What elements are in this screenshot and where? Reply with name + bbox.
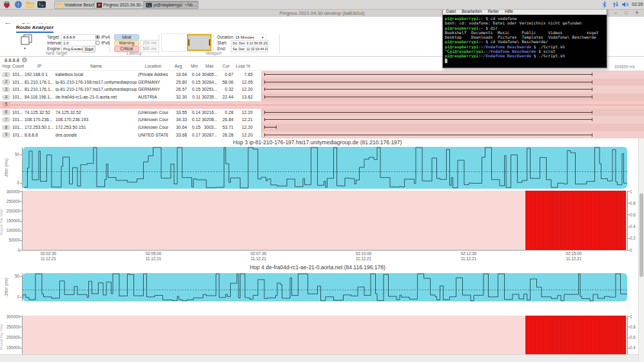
bluetooth-icon[interactable]: [601, 1, 607, 8]
latency-left-tick: 300000: [1, 314, 20, 319]
terminal-menu-bearbeiten[interactable]: Bearbeiten: [462, 9, 482, 14]
network-arrows-icon[interactable]: [612, 1, 619, 8]
hop-number-badge: 6: [2, 110, 10, 115]
duration-dropdown-icon[interactable]: ▼: [261, 35, 264, 39]
tick-mark: [628, 214, 630, 215]
group-separator: [159, 34, 159, 53]
col-header-max[interactable]: Max: [202, 64, 217, 68]
cell-loss: 12.20: [233, 110, 253, 115]
favourites-dropdown-icon[interactable]: ▼: [23, 46, 26, 50]
tab-8888[interactable]: 8.8.8.8: [5, 57, 19, 63]
table-row-hop-6[interactable]: 6101...74.125.32.5274.125.32.52(Unknown …: [0, 109, 644, 117]
table-row-hop-9[interactable]: 9101...8.8.8.8dns.googleUNITED STATES33.…: [0, 131, 644, 139]
latency-plot[interactable]: [23, 191, 627, 250]
col-header-min[interactable]: Min: [188, 64, 200, 68]
ipv6-radio[interactable]: [95, 41, 100, 45]
file-manager-icon[interactable]: [26, 1, 34, 8]
cell-loss: 13.62: [233, 95, 253, 99]
maximize-button[interactable]: □: [625, 10, 627, 15]
terminal-window[interactable]: DateiBearbeitenReiterHilfe pi@raspberryp…: [442, 8, 607, 68]
cell-ip: 81.210.176.1...: [24, 80, 54, 84]
cell-name: ip-81-210-176-197.hsi17.unitymediagroup.…: [55, 87, 137, 91]
minimize-button[interactable]: –: [614, 10, 617, 15]
tab-close-icon[interactable]: ✕: [22, 57, 27, 62]
cell-location: AUSTRIA: [138, 95, 168, 99]
x-tick-time: 02:15:00: [556, 251, 592, 256]
cell-ip: 8.8.8.8: [24, 133, 54, 137]
col-header-avg[interactable]: Avg: [170, 64, 187, 68]
tab-route-analyser[interactable]: Route Analyser: [16, 24, 54, 33]
jitter-plot[interactable]: [23, 147, 627, 189]
ipv4-radio[interactable]: [95, 35, 100, 39]
terminal-output[interactable]: pi@raspberrypi:~ $ cd vodafonebash: cd: …: [443, 15, 607, 68]
cell-min: 0.12: [188, 117, 200, 122]
tick-mark: [628, 203, 630, 204]
volume-icon[interactable]: [621, 1, 629, 8]
tick-mark: [20, 297, 22, 298]
col-header-ip[interactable]: IP: [24, 64, 54, 68]
table-row-hop-1[interactable]: 1101...192.168.0.1kabelbox.local(Private…: [0, 71, 644, 79]
x-tick-date: 11.12.21: [451, 256, 487, 261]
terminal-cursor: [445, 59, 447, 63]
terminal-launcher-icon[interactable]: [37, 1, 46, 8]
viewport-selection[interactable]: [187, 34, 211, 51]
terminal-menu-datei[interactable]: Datei: [446, 9, 456, 14]
terminal-line: pi@raspberrypi:~ $ cd Vodafone\ Beschwer…: [445, 39, 605, 44]
viewport-handle-left[interactable]: [188, 39, 190, 46]
latency-plot[interactable]: [23, 316, 627, 354]
taskbar-window-filemanager[interactable]: Vodafone Beschwerd...: [54, 1, 97, 9]
col-header-cur[interactable]: Cur: [219, 64, 233, 68]
jitter-plot[interactable]: [23, 273, 627, 301]
table-row-hop-3[interactable]: 3101...81.210.176.1...ip-81-210-176-197.…: [0, 86, 644, 93]
vertical-scrollbar[interactable]: [638, 138, 644, 362]
taskbar: Vodafone Beschwerd... P Pingnoo 2021.04.…: [0, 0, 644, 10]
taskbar-window-pingnoo[interactable]: P Pingnoo 2021.04.30-...: [94, 1, 146, 9]
whisker-cap: [264, 81, 265, 84]
table-row-hop-2[interactable]: 2101...81.210.176.1...ip-81-210-176-198.…: [0, 79, 644, 86]
latency-y-axis-right: [627, 316, 628, 354]
latency-left-tick: 50000: [1, 238, 20, 242]
col-header-count[interactable]: Count: [12, 64, 23, 68]
engine-label: Engine:: [47, 46, 61, 51]
table-row-hop-7[interactable]: 7101...108.170.236...108.170.236.193(Unk…: [0, 116, 644, 124]
chart-title-hop: Hop 3 ip-81-210-176-197.hsi17.unitymedia…: [0, 139, 635, 146]
x-tick-time: 02:07:30: [240, 251, 277, 256]
terminal-menu-hilfe[interactable]: Hilfe: [505, 9, 513, 14]
taskbar-window-terminal[interactable]: pi@raspberrypi: ~/Vo...: [143, 1, 199, 9]
col-header-loss[interactable]: Loss %: [233, 64, 253, 68]
tick-mark: [20, 201, 22, 202]
cell-loss: 12.20: [233, 125, 253, 129]
tick-mark: [628, 238, 630, 239]
col-header-location[interactable]: Location: [138, 64, 168, 68]
col-header-name[interactable]: Name: [55, 64, 137, 68]
taskbar-clock[interactable]: 02:20: [632, 2, 643, 6]
tick-mark: [628, 316, 630, 317]
terminal-menu-reiter[interactable]: Reiter: [488, 9, 499, 14]
jitter-axis-label: Jitter (ms): [4, 149, 8, 186]
viewport-handle-right[interactable]: [209, 39, 210, 46]
cell-name: de-fra04d-rc1-ae-21-0.aorta.net: [55, 95, 137, 99]
cell-min: 0.15: [188, 87, 200, 91]
latency-y-axis-right: [627, 191, 628, 250]
scrollbar-thumb[interactable]: [639, 193, 643, 277]
col-header-hop[interactable]: Hop: [1, 64, 12, 68]
terminal-line: [445, 59, 605, 63]
browser-globe-icon[interactable]: [14, 1, 23, 8]
cell-loss: 12.20: [233, 133, 253, 137]
cell-max: 30465...: [202, 72, 217, 77]
table-row-hop-5[interactable]: 5: [0, 101, 644, 109]
tick-mark: [628, 338, 630, 338]
taskbar-window-label: pi@raspberrypi: ~/Vo...: [153, 3, 196, 7]
cell-loss: 12.20: [233, 87, 253, 91]
close-button[interactable]: ✕: [635, 10, 639, 15]
table-row-hop-8[interactable]: 8101...172.253.50.1...172.253.50.151(Unk…: [0, 124, 644, 131]
table-row-hop-4[interactable]: 4101...84.116.196.1...de-fra04d-rc1-ae-2…: [0, 93, 644, 101]
ipv6-label: IPv6: [101, 41, 110, 45]
engine-dropdown-icon[interactable]: ▼: [77, 47, 81, 51]
cell-avg: 30.64: [170, 125, 187, 129]
viewport-minimap[interactable]: [161, 33, 214, 52]
tick-mark: [628, 250, 630, 251]
raspberry-menu-icon[interactable]: [3, 1, 11, 8]
tick-mark: [20, 211, 22, 211]
favourites-target-icon[interactable]: [19, 34, 34, 45]
